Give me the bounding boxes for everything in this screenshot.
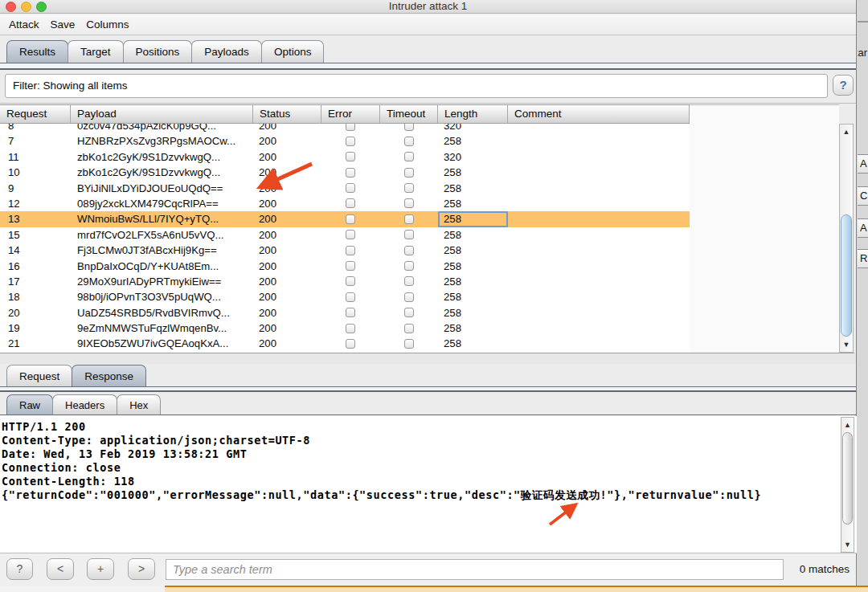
length-cell: 258 — [444, 289, 461, 304]
error-checkbox[interactable] — [346, 339, 355, 349]
timeout-checkbox[interactable] — [404, 198, 414, 208]
column-header-payload[interactable]: Payload — [71, 105, 253, 123]
table-scrollbar[interactable]: ▲ ▼ — [839, 124, 854, 353]
tab-raw[interactable]: Raw — [6, 394, 53, 414]
background-partial-button[interactable]: C — [858, 186, 868, 206]
search-bar: ?<+> 0 matches — [0, 553, 856, 586]
request-cell: 14 — [8, 243, 20, 258]
close-window-icon[interactable] — [6, 2, 16, 12]
timeout-checkbox[interactable] — [404, 292, 414, 302]
table-row[interactable]: 9BYiJiNlLxDYiDJOUEoUQdQ==200258 — [0, 181, 690, 196]
table-row[interactable]: 14Fj3LCMw0JT3fABcxHij9Kg==200258 — [0, 243, 690, 258]
status-cell: 200 — [259, 243, 276, 258]
error-checkbox[interactable] — [346, 324, 355, 333]
table-row[interactable]: 12089jy2xckLXM479CqcRlPA==200258 — [0, 196, 690, 211]
scroll-down-icon[interactable]: ▼ — [840, 338, 853, 351]
tab-response[interactable]: Response — [72, 365, 146, 386]
error-checkbox[interactable] — [346, 124, 355, 131]
minimize-window-icon[interactable] — [21, 2, 31, 12]
error-checkbox[interactable] — [346, 308, 355, 317]
table-row[interactable]: 199eZmNMWSTuFqzlWmqenBv...200258 — [0, 320, 690, 336]
scroll-up-icon[interactable]: ▲ — [841, 418, 854, 431]
error-checkbox[interactable] — [346, 137, 355, 146]
column-header-timeout[interactable]: Timeout — [380, 105, 438, 123]
table-row[interactable]: 11zbKo1c2GyK/9S1DzvvkwgQ...200320 — [0, 149, 690, 165]
timeout-checkbox[interactable] — [404, 230, 414, 239]
table-row[interactable]: 20UaDZ54SRBD5/RvdBVIRmvQ...200258 — [0, 305, 690, 320]
bottom-gap — [0, 586, 165, 592]
previous-match-button[interactable]: < — [47, 558, 74, 580]
expand-button[interactable]: + — [87, 558, 114, 580]
error-checkbox[interactable] — [346, 168, 355, 178]
column-header-request[interactable]: Request — [0, 105, 71, 123]
column-header-length[interactable]: Length — [438, 105, 508, 123]
timeout-checkbox[interactable] — [404, 339, 414, 349]
tab-results[interactable]: Results — [6, 40, 68, 63]
error-checkbox[interactable] — [346, 198, 355, 208]
payload-cell: Fj3LCMw0JT3fABcxHij9Kg== — [77, 243, 249, 258]
tab-payloads[interactable]: Payloads — [191, 40, 262, 63]
scroll-up-icon[interactable]: ▲ — [840, 125, 853, 138]
scroll-down-icon[interactable]: ▼ — [841, 538, 854, 551]
background-partial-button[interactable]: A — [858, 218, 868, 238]
menu-item-columns[interactable]: Columns — [80, 14, 134, 35]
next-match-button[interactable]: > — [128, 558, 155, 580]
help-button[interactable]: ? — [833, 75, 854, 96]
timeout-checkbox[interactable] — [404, 261, 414, 271]
zoom-window-icon[interactable] — [36, 2, 47, 12]
table-row[interactable]: 15mrd7fCvO2LFX5sA6nU5vVQ...200258 — [0, 227, 690, 243]
length-cell: 320 — [444, 149, 461, 165]
timeout-checkbox[interactable] — [404, 124, 414, 131]
table-row[interactable]: 16BnpDaIxOCqD/Y+KUAt8Em...200258 — [0, 259, 690, 274]
timeout-checkbox[interactable] — [404, 168, 414, 178]
timeout-checkbox[interactable] — [404, 152, 414, 161]
tab-headers[interactable]: Headers — [52, 394, 117, 414]
table-row[interactable]: 7HZNBRzPXsZvg3RPgsMAOCw...200258 — [0, 133, 690, 149]
table-row[interactable]: 1729MoX9urIADyPRTmykiEiw==200258 — [0, 274, 690, 289]
tab-positions[interactable]: Positions — [123, 40, 193, 63]
timeout-checkbox[interactable] — [404, 324, 414, 333]
search-help-button[interactable]: ? — [6, 558, 33, 580]
tab-target[interactable]: Target — [68, 40, 124, 63]
timeout-checkbox[interactable] — [404, 246, 414, 255]
menu-item-save[interactable]: Save — [45, 14, 81, 35]
column-header-comment[interactable]: Comment — [508, 105, 690, 123]
tab-request[interactable]: Request — [6, 365, 72, 386]
response-viewer[interactable]: HTTP/1.1 200Content-Type: application/js… — [0, 416, 857, 553]
error-checkbox[interactable] — [346, 246, 355, 255]
table-row[interactable]: 10zbKo1c2GyK/9S1DzvvkwgQ...200258 — [0, 165, 690, 180]
timeout-checkbox[interactable] — [404, 276, 414, 286]
search-input[interactable] — [166, 559, 784, 580]
table-row[interactable]: 13WNmoiuBwS/LLl/7IYQ+yTQ...200258 — [0, 211, 690, 227]
table-row[interactable]: 80zc0v47d534pAzicK0p9GQ...200320 — [0, 124, 690, 133]
timeout-checkbox[interactable] — [404, 137, 414, 146]
timeout-checkbox[interactable] — [404, 308, 414, 317]
tab-hex[interactable]: Hex — [117, 394, 161, 414]
error-checkbox[interactable] — [346, 261, 355, 271]
error-checkbox[interactable] — [346, 183, 355, 193]
scrollbar-thumb[interactable] — [841, 214, 852, 337]
column-header-error[interactable]: Error — [321, 105, 380, 123]
table-row[interactable]: 1898b0j/iOPvnT3O3V5pUqWQ...200258 — [0, 289, 690, 304]
filter-bar[interactable]: Filter: Showing all items — [5, 74, 828, 98]
column-header-status[interactable]: Status — [253, 105, 321, 123]
error-checkbox[interactable] — [346, 292, 355, 302]
error-checkbox[interactable] — [346, 276, 355, 286]
response-scrollbar[interactable]: ▲ ▼ — [841, 417, 854, 553]
menu-item-attack[interactable]: Attack — [3, 14, 45, 35]
panel-splitter[interactable] — [0, 353, 856, 364]
timeout-checkbox[interactable] — [404, 183, 414, 193]
error-checkbox[interactable] — [346, 230, 355, 239]
error-checkbox[interactable] — [346, 214, 355, 224]
length-cell: 258 — [444, 305, 461, 320]
background-partial-button[interactable]: A — [858, 154, 868, 174]
scrollbar-thumb[interactable] — [842, 432, 853, 525]
error-checkbox[interactable] — [346, 152, 355, 161]
tab-options[interactable]: Options — [261, 40, 325, 63]
status-cell: 200 — [259, 133, 276, 149]
timeout-checkbox[interactable] — [404, 214, 414, 224]
table-row[interactable]: 219IXEOb5ZWU7ivGQEAoqKxA...200258 — [0, 336, 690, 351]
background-partial-button[interactable]: R — [858, 249, 868, 268]
status-cell: 200 — [259, 196, 276, 211]
status-cell: 200 — [259, 259, 276, 274]
